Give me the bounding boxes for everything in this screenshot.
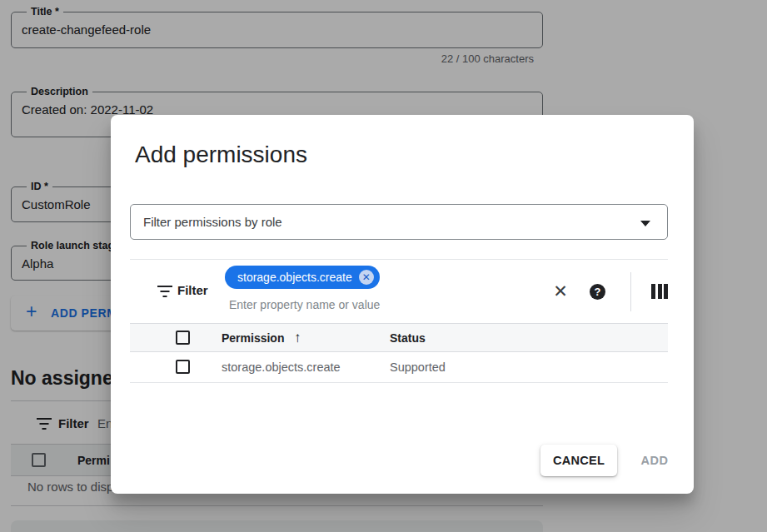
permissions-table-header: Permission ↑ Status <box>130 323 668 352</box>
toolbar-divider <box>630 272 631 311</box>
status-column-header[interactable]: Status <box>390 331 426 345</box>
row-checkbox[interactable] <box>176 360 190 374</box>
table-row[interactable]: storage.objects.create Supported <box>130 353 668 383</box>
filter-label: Filter <box>177 283 208 297</box>
help-icon[interactable]: ? <box>590 284 605 300</box>
filter-by-role-placeholder: Filter permissions by role <box>143 215 282 229</box>
filter-chip[interactable]: storage.objects.create ✕ <box>225 266 380 289</box>
clear-filters-icon[interactable]: ✕ <box>549 280 572 303</box>
add-permissions-dialog: Add permissions Filter permissions by ro… <box>111 115 694 494</box>
permissions-filter-toolbar: Filter storage.objects.create ✕ Enter pr… <box>130 259 668 323</box>
add-button[interactable]: ADD <box>635 445 675 476</box>
select-all-checkbox[interactable] <box>176 331 190 345</box>
filter-icon <box>157 286 172 298</box>
chip-remove-icon[interactable]: ✕ <box>359 270 374 285</box>
column-display-icon[interactable] <box>651 284 668 299</box>
screen: Title * create-changefeed-role 22 / 100 … <box>0 0 767 532</box>
permission-cell: storage.objects.create <box>222 360 341 374</box>
permission-column-header[interactable]: Permission <box>222 331 284 345</box>
dialog-title: Add permissions <box>135 142 307 168</box>
filter-by-role-dropdown[interactable]: Filter permissions by role <box>130 204 668 240</box>
chevron-down-icon <box>640 221 650 226</box>
filter-chip-label: storage.objects.create <box>237 271 352 284</box>
sort-ascending-icon[interactable]: ↑ <box>294 330 301 346</box>
cancel-button[interactable]: CANCEL <box>540 445 617 476</box>
filter-input-placeholder[interactable]: Enter property name or value <box>229 298 380 311</box>
status-cell: Supported <box>390 360 446 374</box>
